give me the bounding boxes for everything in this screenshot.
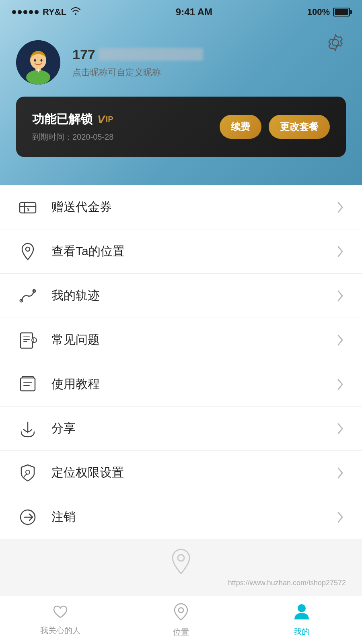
chevron-right-icon-7 [335,467,346,479]
battery-label: 100% [307,7,330,17]
watermark-text: https://www.huzhan.com/ishop27572 [0,579,362,587]
route-icon [16,284,39,308]
vip-title: 功能已解锁 [32,111,93,128]
menu-item-share[interactable]: 分享 [0,407,362,451]
menu-item-faq[interactable]: ! 常见问题 [0,318,362,362]
vip-v: V [97,113,105,126]
menu-label-logout: 注销 [51,509,335,525]
svg-point-18 [26,470,30,474]
svg-rect-13 [21,333,33,348]
signal-dot-4 [29,10,33,14]
menu-list: ¥ 赠送代金券 查看Ta的位置 [0,185,362,539]
nav-label-location: 位置 [173,627,189,638]
svg-point-21 [179,608,183,613]
vip-ip: IP [106,115,113,124]
menu-label-share: 分享 [51,420,335,437]
svg-point-22 [298,604,306,612]
svg-rect-17 [22,376,33,378]
share-icon [16,417,39,440]
profile-name-blur [99,48,203,61]
signal-dot-1 [12,10,16,14]
status-bar: RY&L 9:41 AM 100% [0,0,362,24]
vip-buttons: 续费 更改套餐 [220,115,330,139]
menu-item-my-track[interactable]: 我的轨迹 [0,274,362,318]
wifi-icon [70,6,81,18]
menu-item-logout[interactable]: 注销 [0,495,362,539]
carrier-label: RY&L [43,7,66,17]
settings-icon[interactable] [325,32,346,53]
signal-dot-3 [23,10,27,14]
nav-label-care: 我关心的人 [40,625,80,636]
profile-info[interactable]: 177 点击昵称可自定义昵称 [72,47,346,78]
menu-item-gift-voucher[interactable]: ¥ 赠送代金券 [0,185,362,229]
profile-name-text: 177 [72,47,95,62]
battery-icon [333,8,350,17]
status-time: 9:41 AM [176,6,212,18]
map-pin-icon [174,603,188,624]
signal-dot-5 [35,10,39,14]
status-left: RY&L [12,6,81,18]
menu-label-location-permission: 定位权限设置 [51,464,335,481]
svg-point-20 [178,555,184,561]
svg-point-10 [26,247,30,251]
svg-text:¥: ¥ [27,207,30,213]
status-right: 100% [307,7,350,17]
change-plan-button[interactable]: 更改套餐 [269,115,330,139]
profile-subtitle: 点击昵称可自定义昵称 [72,66,346,78]
menu-label-gift-voucher: 赠送代金券 [51,199,335,215]
heart-icon [53,605,68,623]
menu-item-location-permission[interactable]: 定位权限设置 [0,451,362,495]
menu-label-my-track: 我的轨迹 [51,287,335,304]
nav-item-location[interactable]: 位置 [141,603,221,638]
chevron-right-icon [335,202,346,213]
location-pin-icon [16,240,39,263]
svg-text:!: ! [33,338,34,343]
menu-item-tutorial[interactable]: 使用教程 [0,362,362,407]
battery-fill [335,9,348,15]
profile-section[interactable]: 177 点击昵称可自定义昵称 [0,24,362,97]
vip-card: 功能已解锁 V IP 到期时间：2020-05-28 续费 更改套餐 [16,97,346,157]
logout-icon [16,506,39,529]
faq-icon: ! [16,328,39,352]
avatar[interactable] [16,40,60,85]
svg-point-7 [41,59,43,62]
chevron-right-icon-5 [335,379,346,390]
chevron-right-icon-2 [335,246,346,257]
header-background: RY&L 9:41 AM 100% [0,0,362,185]
signal-dot-2 [18,10,22,14]
menu-label-view-location: 查看Ta的位置 [51,243,335,260]
nav-item-care[interactable]: 我关心的人 [20,605,101,636]
nav-item-mine[interactable]: 我的 [261,603,342,637]
vip-expiry: 到期时间：2020-05-28 [32,132,220,142]
nav-label-mine: 我的 [294,626,310,637]
renew-button[interactable]: 续费 [220,115,261,139]
chevron-right-icon-8 [335,512,346,523]
chevron-right-icon-6 [335,423,346,434]
menu-label-tutorial: 使用教程 [51,376,335,392]
shield-location-icon [16,461,39,485]
profile-name: 177 [72,47,346,62]
person-icon [294,603,310,624]
vip-info: 功能已解锁 V IP 到期时间：2020-05-28 [32,111,220,142]
vip-title-row: 功能已解锁 V IP [32,111,220,128]
svg-rect-16 [21,378,35,391]
chevron-right-icon-3 [335,290,346,301]
signal-indicator [12,10,39,14]
bottom-nav: 我关心的人 位置 我的 [0,596,362,644]
chevron-right-icon-4 [335,334,346,346]
watermark-area: https://www.huzhan.com/ishop27572 [0,539,362,591]
svg-point-6 [34,59,36,62]
menu-item-view-location[interactable]: 查看Ta的位置 [0,229,362,274]
menu-label-faq: 常见问题 [51,332,335,348]
book-icon [16,373,39,396]
vip-badge: V IP [97,113,113,126]
voucher-icon: ¥ [16,196,39,219]
